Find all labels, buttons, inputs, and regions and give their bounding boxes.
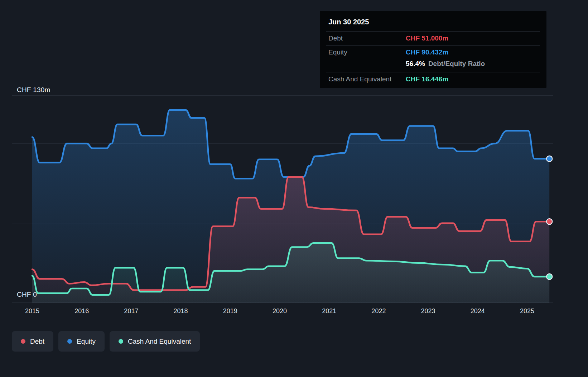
tooltip-cash-value: CHF 16.446m <box>406 75 448 83</box>
cash-dot-icon <box>119 339 123 344</box>
tooltip-ratio-value: 56.4% <box>406 60 425 68</box>
y-axis-max-label: CHF 130m <box>17 86 50 94</box>
legend-cash-label: Cash And Equivalent <box>128 338 191 345</box>
legend-item-equity[interactable]: Equity <box>58 331 105 352</box>
legend-item-debt[interactable]: Debt <box>12 331 53 352</box>
equity-dot-icon <box>67 339 72 344</box>
y-axis-min-label: CHF 0 <box>17 291 37 299</box>
legend-debt-label: Debt <box>30 338 44 345</box>
tooltip-equity-value: CHF 90.432m <box>406 48 448 56</box>
chart-legend: Debt Equity Cash And Equivalent <box>12 331 200 352</box>
tooltip-ratio-label: Debt/Equity Ratio <box>428 60 485 68</box>
legend-equity-label: Equity <box>77 338 96 345</box>
end-marker-debt <box>546 219 552 224</box>
tooltip-date: Jun 30 2025 <box>326 14 540 31</box>
tooltip-cash-row: Cash And Equivalent CHF 16.446m <box>326 72 540 86</box>
tooltip-debt-label: Debt <box>328 34 406 42</box>
end-marker-equity <box>546 156 552 162</box>
debt-dot-icon <box>21 339 25 344</box>
tooltip-debt-row: Debt CHF 51.000m <box>326 31 540 45</box>
tooltip-equity-label: Equity <box>328 48 406 56</box>
tooltip-cash-label: Cash And Equivalent <box>328 75 406 83</box>
legend-item-cash[interactable]: Cash And Equivalent <box>110 331 200 352</box>
tooltip-ratio-row: 56.4% Debt/Equity Ratio <box>326 59 540 72</box>
end-marker-cash-and-equivalent <box>546 274 552 280</box>
tooltip-debt-value: CHF 51.000m <box>406 34 448 42</box>
tooltip-equity-row: Equity CHF 90.432m <box>326 45 540 59</box>
chart-tooltip: Jun 30 2025 Debt CHF 51.000m Equity CHF … <box>320 11 546 88</box>
debt-equity-history-chart: CHF 130m CHF 0 2015201620172018201920202… <box>0 0 588 377</box>
